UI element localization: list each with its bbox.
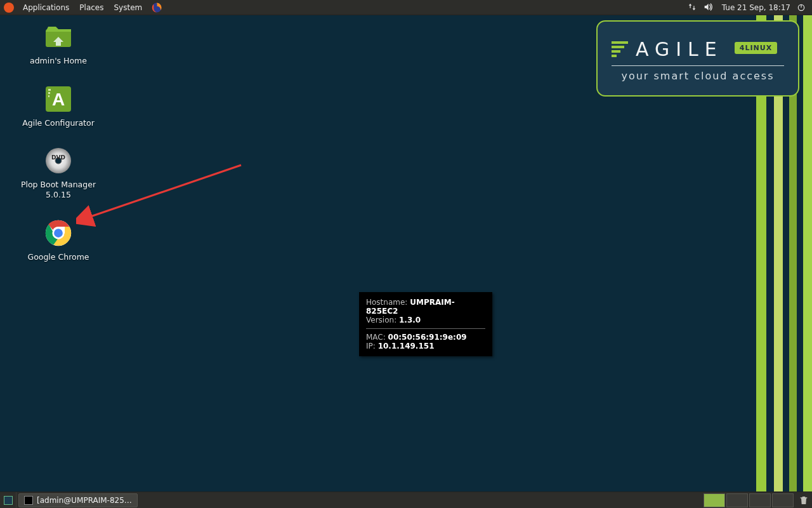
svg-rect-7 — [48, 92, 50, 94]
workspace-3[interactable] — [749, 493, 771, 507]
ubuntu-logo-icon[interactable] — [4, 3, 14, 13]
brand-linux-badge: 4LINUX — [735, 42, 777, 54]
firefox-launcher-icon[interactable] — [151, 2, 162, 13]
home-folder-label: admin's Home — [30, 56, 87, 66]
brand-subtitle: your smart cloud access — [612, 70, 784, 82]
brand-title: AGILE — [636, 38, 723, 60]
brand-badge: AGILE 4LINUX your smart cloud access — [596, 20, 799, 97]
plop-boot-manager-label: Plop Boot Manager5.0.15 — [21, 180, 96, 199]
trash-icon[interactable] — [796, 495, 812, 505]
ip-key: IP: — [366, 342, 376, 351]
volume-icon[interactable] — [703, 2, 713, 13]
agile-configurator-icon[interactable]: A Agile Configurator — [8, 84, 109, 128]
workspace-4[interactable] — [772, 493, 794, 507]
svg-text:A: A — [52, 90, 65, 109]
show-desktop-button[interactable] — [0, 492, 16, 509]
workspace-1[interactable] — [704, 493, 725, 507]
brand-stripes-icon — [612, 41, 628, 57]
terminal-icon — [24, 496, 33, 505]
clock[interactable]: Tue 21 Sep, 18:17 — [722, 3, 790, 12]
plop-boot-manager-icon[interactable]: DVD Plop Boot Manager5.0.15 — [8, 145, 109, 199]
hostname-key: Hostname: — [366, 298, 407, 307]
google-chrome-icon[interactable]: Google Chrome — [8, 218, 109, 262]
home-folder-icon[interactable]: admin's Home — [8, 22, 109, 66]
power-icon[interactable] — [797, 3, 806, 12]
svg-rect-8 — [48, 95, 49, 97]
svg-rect-6 — [48, 89, 51, 91]
ip-value: 10.1.149.151 — [378, 342, 435, 351]
google-chrome-label: Google Chrome — [27, 252, 89, 262]
desktop-icons: admin's Home A Agile Configurator DVD Pl… — [8, 22, 115, 279]
version-key: Version: — [366, 316, 396, 324]
taskbar-window-title: [admin@UMPRAIM-825… — [37, 496, 132, 505]
system-info-tooltip: Hostname: UMPRAIM-825EC2 Version: 1.3.0 … — [359, 292, 492, 356]
workspace-pager — [704, 493, 794, 507]
bottom-panel: [admin@UMPRAIM-825… — [0, 491, 812, 508]
agile-configurator-label: Agile Configurator — [22, 118, 95, 128]
menu-places[interactable]: Places — [74, 3, 108, 12]
menu-applications[interactable]: Applications — [18, 3, 74, 12]
workspace-2[interactable] — [726, 493, 748, 507]
mac-value: 00:50:56:91:9e:09 — [388, 333, 467, 342]
version-value: 1.3.0 — [399, 316, 421, 324]
top-panel: Applications Places System Tue 21 Sep, 1… — [0, 0, 812, 15]
taskbar-window-terminal[interactable]: [admin@UMPRAIM-825… — [18, 493, 138, 507]
network-updown-icon[interactable] — [688, 3, 697, 13]
mac-key: MAC: — [366, 333, 386, 342]
system-tray: Tue 21 Sep, 18:17 — [688, 2, 809, 13]
menu-system[interactable]: System — [108, 3, 147, 12]
svg-text:DVD: DVD — [51, 154, 65, 161]
